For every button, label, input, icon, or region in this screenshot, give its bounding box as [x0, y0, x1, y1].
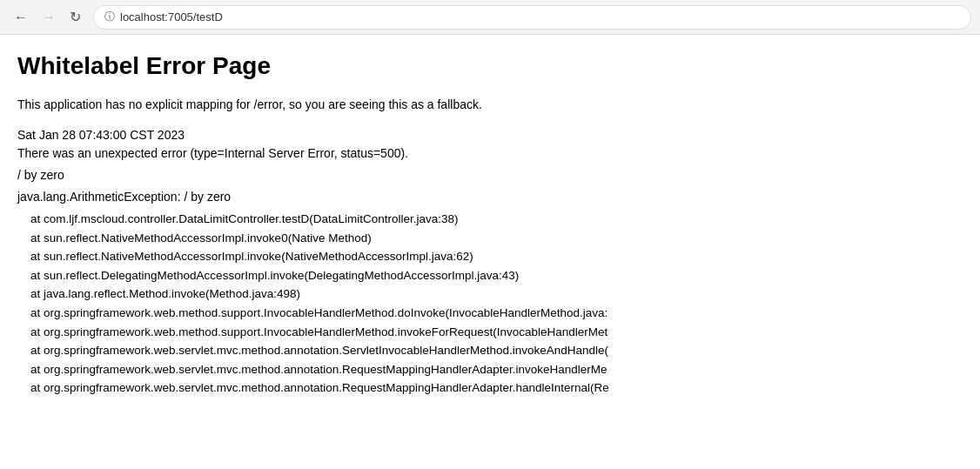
- forward-button[interactable]: →: [37, 6, 61, 29]
- stack-line: at sun.reflect.NativeMethodAccessorImpl.…: [17, 247, 940, 266]
- stack-line: at org.springframework.web.servlet.mvc.m…: [17, 360, 940, 379]
- stack-line: at java.lang.reflect.Method.invoke(Metho…: [17, 285, 940, 304]
- stack-line: at org.springframework.web.servlet.mvc.m…: [17, 341, 940, 360]
- stack-line: at org.springframework.web.servlet.mvc.m…: [17, 379, 940, 398]
- page-content: Whitelabel Error Page This application h…: [0, 35, 957, 415]
- stack-line: at sun.reflect.NativeMethodAccessorImpl.…: [17, 229, 940, 248]
- refresh-button[interactable]: ↻: [64, 5, 86, 29]
- error-message-text: / by zero: [17, 166, 940, 184]
- stack-trace: at com.ljf.mscloud.controller.DataLimitC…: [17, 210, 940, 398]
- nav-buttons: ← → ↻: [9, 5, 86, 29]
- page-title: Whitelabel Error Page: [17, 52, 940, 80]
- subtitle-text: This application has no explicit mapping…: [17, 96, 940, 114]
- timestamp-text: Sat Jan 28 07:43:00 CST 2023: [17, 126, 940, 144]
- back-button[interactable]: ←: [9, 6, 33, 29]
- lock-icon: ⓘ: [104, 10, 115, 24]
- browser-chrome: ← → ↻ ⓘ localhost:7005/testD: [0, 0, 980, 35]
- stack-line: at org.springframework.web.method.suppor…: [17, 323, 940, 342]
- address-bar[interactable]: ⓘ localhost:7005/testD: [93, 5, 971, 30]
- exception-text: java.lang.ArithmeticException: / by zero: [17, 188, 940, 206]
- error-type-text: There was an unexpected error (type=Inte…: [17, 144, 940, 163]
- stack-line: at org.springframework.web.method.suppor…: [17, 304, 940, 323]
- stack-line: at com.ljf.mscloud.controller.DataLimitC…: [17, 210, 940, 229]
- url-text: localhost:7005/testD: [120, 10, 223, 23]
- stack-line: at sun.reflect.DelegatingMethodAccessorI…: [17, 266, 940, 285]
